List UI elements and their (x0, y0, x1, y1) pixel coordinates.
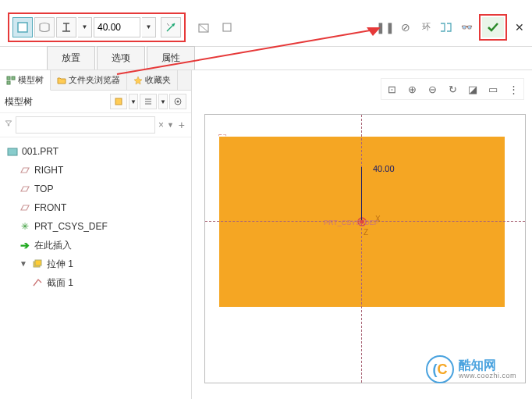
watermark-cn: 酷知网 (459, 358, 516, 372)
refit-button[interactable]: ⊡ (383, 80, 400, 98)
tab-file-browser-label: 文件夹浏览器 (69, 74, 120, 86)
dimension-value[interactable]: 40.00 (373, 164, 395, 173)
filter-dropdown[interactable]: ▼ (167, 121, 174, 129)
tree-item-top[interactable]: TOP (3, 180, 188, 198)
tree-tool-2[interactable] (140, 94, 157, 109)
tree-item-insert-here[interactable]: ➔ 在此插入 (3, 236, 188, 255)
tab-options[interactable]: 选项 (97, 46, 145, 69)
tree-icon (6, 76, 16, 85)
repaint-button[interactable]: ↻ (444, 80, 461, 98)
surface-button[interactable] (34, 17, 55, 37)
tree-item-extrude[interactable]: ▼ 拉伸 1 (3, 255, 188, 273)
svg-line-8 (199, 24, 208, 32)
folder-icon (57, 76, 66, 85)
no-preview-icon[interactable]: ⊘ (398, 20, 413, 35)
tree-item-label: PRT_CSYS_DEF (34, 219, 108, 233)
canvas-frame: ⌐¬ 40.00 X Z PRT_CSYS_DEF (204, 114, 526, 383)
graphics-viewport[interactable]: ⊡ ⊕ ⊖ ↻ ◪ ▭ ⋮ ⌐¬ 40.00 X Z PRT_CSYS_DEF (192, 70, 532, 399)
dashboard-toolbar: ▼ ▼ ❚❚ ⊘ 环 👓 ✕ (0, 0, 532, 47)
saved-view-button[interactable]: ▭ (484, 80, 502, 98)
depth-type-dropdown[interactable]: ▼ (78, 17, 92, 37)
depth-type-button[interactable] (56, 17, 76, 37)
cancel-button[interactable]: ✕ (515, 21, 524, 34)
flip-direction-button[interactable] (161, 17, 181, 37)
tree-tool-1[interactable] (110, 94, 127, 109)
tab-placement[interactable]: 放置 (47, 46, 95, 69)
tree-tool-2-dd[interactable]: ▼ (158, 94, 168, 109)
tree-item-right[interactable]: RIGHT (3, 161, 188, 180)
extrude-icon (31, 258, 44, 269)
tree-item-front[interactable]: FRONT (3, 198, 188, 217)
navigator-tabs: 模型树 文件夹浏览器 收藏夹 (0, 70, 191, 91)
tree-item-label: 截面 1 (47, 276, 73, 290)
tab-model-tree[interactable]: 模型树 (0, 70, 51, 91)
tree-header-label: 模型树 (5, 95, 33, 109)
tree-item-label: FRONT (34, 201, 66, 215)
axis-z-label: Z (364, 228, 368, 237)
csys-viewport-label: PRT_CSYS_DEF (324, 219, 378, 226)
verify-icon[interactable]: 环 (418, 20, 434, 35)
tree-item-label: RIGHT (34, 163, 63, 177)
tab-favorites[interactable]: 收藏夹 (127, 70, 178, 90)
zoom-out-button[interactable]: ⊖ (424, 80, 441, 98)
dashboard-sub-tabs: 放置 选项 属性 (0, 47, 532, 70)
view-toolbar: ⊡ ⊕ ⊖ ↻ ◪ ▭ ⋮ (381, 78, 524, 100)
filter-clear-button[interactable]: × (158, 119, 164, 130)
depth-options-highlight: ▼ ▼ (8, 12, 186, 42)
tree-settings-button[interactable] (169, 94, 186, 109)
depth-value-input[interactable] (94, 17, 140, 37)
tree-item-label: 001.PRT (22, 144, 59, 159)
confirm-button[interactable] (482, 17, 504, 37)
plane-icon (19, 183, 31, 194)
confirm-highlight (479, 14, 507, 41)
tree-tool-1-dd[interactable]: ▼ (129, 94, 138, 109)
star-icon (133, 76, 143, 85)
svg-rect-0 (18, 23, 27, 32)
dimension-line (361, 167, 362, 220)
filter-icon[interactable] (5, 119, 12, 131)
remove-material-button[interactable] (193, 17, 214, 37)
main-area: 模型树 文件夹浏览器 收藏夹 模型树 ▼ ▼ (0, 70, 532, 399)
tree-item-section[interactable]: 截面 1 (3, 273, 188, 292)
glasses-icon[interactable]: 👓 (459, 20, 474, 35)
tab-model-tree-label: 模型树 (18, 74, 44, 86)
tree-item-csys[interactable]: ✳ PRT_CSYS_DEF (3, 217, 188, 236)
tab-file-browser[interactable]: 文件夹浏览器 (51, 70, 127, 90)
insert-arrow-icon: ➔ (19, 240, 31, 251)
sketch-icon (31, 277, 44, 288)
feature-controls: ❚❚ ⊘ 环 👓 ✕ (378, 14, 524, 41)
plane-icon (19, 165, 31, 176)
filter-add-button[interactable]: + (177, 119, 186, 131)
tree-item-part[interactable]: 001.PRT (3, 142, 188, 161)
collapse-icon[interactable]: ▼ (19, 257, 28, 271)
zoom-in-button[interactable]: ⊕ (403, 80, 420, 98)
svg-marker-22 (5, 121, 11, 126)
pause-icon[interactable]: ❚❚ (378, 20, 393, 35)
tree-filter-input[interactable] (16, 116, 155, 134)
svg-marker-15 (134, 77, 142, 84)
thicken-button[interactable] (217, 17, 237, 37)
tree-header: 模型树 ▼ ▼ (0, 91, 191, 113)
svg-rect-12 (7, 77, 10, 80)
display-style-button[interactable]: ◪ (464, 80, 481, 98)
csys-icon: ✳ (19, 221, 31, 232)
svg-rect-13 (12, 77, 15, 80)
tree-filter-row: × ▼ + (0, 113, 191, 137)
tab-properties[interactable]: 属性 (147, 46, 195, 69)
vertical-axis (361, 115, 362, 383)
watermark: (C 酷知网 www.coozhi.com (426, 355, 516, 383)
svg-rect-14 (7, 81, 10, 84)
svg-point-21 (177, 101, 179, 103)
svg-rect-25 (35, 260, 41, 265)
tree-item-label: 在此插入 (34, 238, 72, 252)
watermark-logo: (C (426, 355, 454, 383)
view-manager-button[interactable]: ⋮ (505, 80, 522, 98)
navigator-panel: 模型树 文件夹浏览器 收藏夹 模型树 ▼ ▼ (0, 70, 192, 399)
model-tree: 001.PRT RIGHT TOP FRONT ✳ PRT_CSYS_DEF ➔… (0, 137, 191, 399)
plane-icon (19, 202, 31, 213)
part-icon (6, 146, 19, 157)
depth-value-dropdown[interactable]: ▼ (142, 17, 156, 37)
solid-button[interactable] (12, 17, 33, 37)
svg-rect-9 (223, 23, 231, 31)
preview-icon[interactable] (438, 20, 454, 35)
